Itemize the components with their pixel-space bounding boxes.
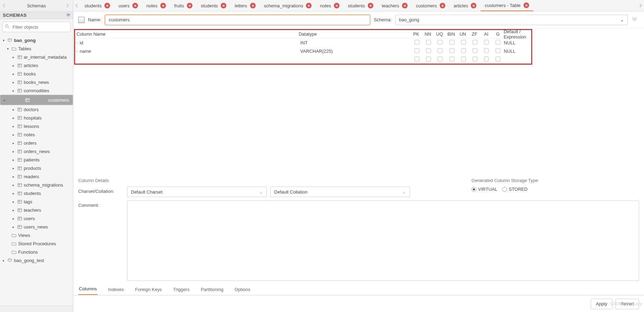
tree-table-commodities[interactable]: ▸commodities [0,86,73,95]
tab-notes[interactable]: notes✕ [142,0,170,11]
col-header-default[interactable]: Default / Expression [504,29,531,39]
tree-table-notes[interactable]: ▸notes [0,130,73,139]
tab-customers-table[interactable]: customers - Table✕ [481,0,533,11]
col-header-zf[interactable]: ZF [469,31,480,37]
expand-toggle-icon[interactable] [631,17,639,23]
tree-table-doctors[interactable]: ▸doctors [0,105,73,114]
tree-table-lessons[interactable]: ▸lessons [0,122,73,130]
tab-fruits[interactable]: fruits✕ [170,0,197,11]
col-header-g[interactable]: G [492,31,504,37]
tree-table-students[interactable]: ▸students [0,189,73,197]
tree-table-books[interactable]: ▸books [0,70,73,78]
schema-node-bao-gong-test[interactable]: ▸bao_gong_test [0,256,73,264]
close-icon[interactable]: ✕ [440,3,445,8]
checkbox-uq[interactable] [438,40,442,45]
tree-table-readers[interactable]: ▸readers [0,172,73,181]
close-icon[interactable]: ✕ [334,3,339,8]
tree-table-schema_migrations[interactable]: ▸schema_migrations [0,181,73,189]
checkbox-uq[interactable] [438,48,442,53]
checkbox-un[interactable] [461,57,466,61]
close-icon[interactable]: ✕ [104,3,110,8]
tree-table-tags[interactable]: ▸tags [0,197,73,206]
col-header-nn[interactable]: NN [422,31,433,37]
virtual-radio[interactable]: VIRTUAL [471,187,497,192]
col-header-name[interactable]: Column Name [75,31,299,37]
stored-procedures-folder[interactable]: Stored Procedures [0,239,73,248]
checkbox-g[interactable] [496,57,500,61]
close-icon[interactable]: ✕ [187,3,192,8]
cell-datatype[interactable]: VARCHAR(225) [300,49,411,54]
tree-table-products[interactable]: ▸products [0,164,73,172]
col-header-bin[interactable]: BIN [445,31,457,37]
tab-teachers[interactable]: teachers✕ [378,0,412,11]
close-icon[interactable]: ✕ [368,3,373,8]
tree-table-users_news[interactable]: ▸users_news [0,223,73,231]
checkbox-zf[interactable] [473,40,477,45]
checkbox-pk[interactable] [415,40,419,45]
cell-default[interactable]: NULL [504,49,531,54]
checkbox-nn[interactable] [426,48,431,53]
tab-students[interactable]: students✕ [344,0,378,11]
schema-node-bao-gong[interactable]: ▾bao_gong [0,36,73,44]
checkbox-ai[interactable] [484,40,489,45]
nav-fwd-icon[interactable] [66,3,70,8]
col-header-datatype[interactable]: Datatype [299,31,410,37]
col-header-ai[interactable]: AI [480,31,492,37]
stored-radio[interactable]: STORED [502,187,528,192]
grid-row[interactable]: ◇idINTNULL [75,38,531,47]
tab-letters[interactable]: letters✕ [230,0,259,11]
bottom-tab-triggers[interactable]: Triggers [172,284,190,295]
close-icon[interactable]: ✕ [160,3,166,8]
tab-users[interactable]: users✕ [114,0,142,11]
close-icon[interactable]: ✕ [524,2,529,8]
checkbox-ai[interactable] [484,57,489,61]
checkbox-uq[interactable] [438,57,442,61]
refresh-icon[interactable]: ⟳ [67,13,71,18]
checkbox-bin[interactable] [449,57,454,61]
col-header-pk[interactable]: PK [410,31,422,37]
tree-table-users[interactable]: ▸users [0,214,73,223]
filter-input[interactable] [2,22,71,32]
grid-row-empty[interactable] [75,55,531,64]
tabs-scroll-right[interactable] [637,0,644,11]
tree-table-orders_news[interactable]: ▸orders_news [0,147,73,155]
close-icon[interactable]: ✕ [471,3,476,8]
functions-folder[interactable]: Functions [0,248,73,256]
tab-notes[interactable]: notes✕ [316,0,344,11]
tree-table-customers[interactable]: ▸customers [0,95,73,105]
close-icon[interactable]: ✕ [221,3,226,8]
schema-select[interactable]: bao_gong ⌄ [395,15,628,25]
checkbox-ai[interactable] [484,48,489,53]
checkbox-zf[interactable] [473,48,477,53]
cell-datatype[interactable]: INT [300,40,411,45]
checkbox-pk[interactable] [415,57,419,61]
tab-articles[interactable]: articles✕ [449,0,481,11]
tree-table-patients[interactable]: ▸patients [0,155,73,164]
bottom-tab-options[interactable]: Options [234,284,251,295]
close-icon[interactable]: ✕ [402,3,408,8]
charset-select[interactable]: Default Charset⌄ [127,187,267,197]
apply-button[interactable]: Apply [591,299,613,309]
checkbox-bin[interactable] [449,48,454,53]
checkbox-g[interactable] [496,48,500,53]
close-icon[interactable]: ✕ [250,3,256,8]
checkbox-bin[interactable] [449,40,454,45]
tab-schema_migrations[interactable]: schema_migrations✕ [260,0,316,11]
cell-default[interactable]: NULL [504,40,531,45]
table-name-input[interactable] [105,15,370,25]
bottom-tab-columns[interactable]: Columns [78,283,97,295]
tree-table-articles[interactable]: ▸articles [0,61,73,70]
tree-table-books_news[interactable]: ▸books_news [0,78,73,86]
tab-students[interactable]: students✕ [80,0,114,11]
tab-students[interactable]: students✕ [197,0,230,11]
checkbox-un[interactable] [461,48,466,53]
tables-folder[interactable]: ▾Tables [0,44,73,53]
bottom-tab-partitioning[interactable]: Partitioning [200,284,224,295]
tab-customers[interactable]: customers✕ [412,0,449,11]
bottom-tab-foreign-keys[interactable]: Foreign Keys [134,284,163,295]
checkbox-zf[interactable] [473,57,477,61]
cell-name[interactable]: id [78,40,300,45]
checkbox-nn[interactable] [426,57,431,61]
col-header-uq[interactable]: UQ [434,31,445,37]
checkbox-nn[interactable] [426,40,431,45]
